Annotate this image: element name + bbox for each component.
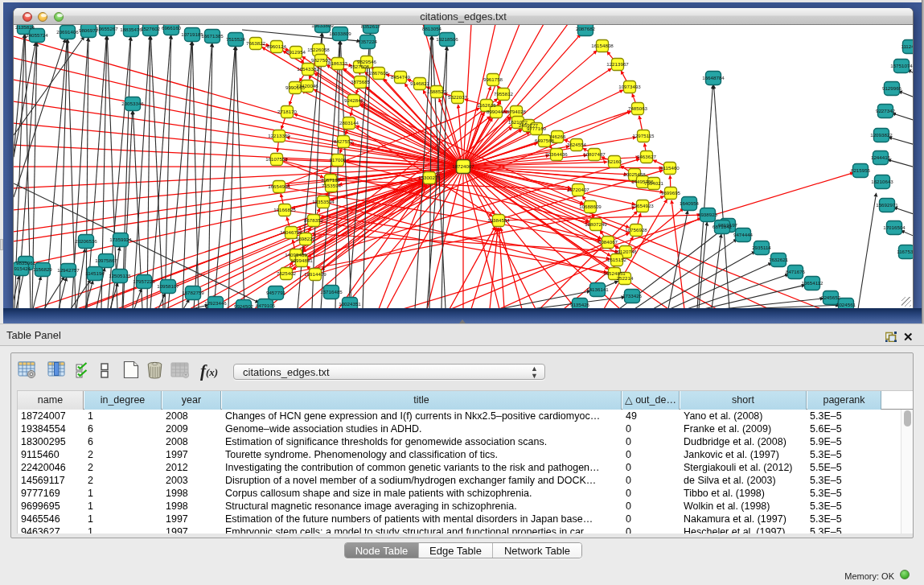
svg-text:1167531: 1167531 [897,249,913,254]
svg-text:5938923: 5938923 [698,212,718,217]
svg-text:15716485: 15716485 [320,289,343,295]
svg-text:8215955: 8215955 [851,167,871,173]
svg-text:9129966: 9129966 [882,85,902,91]
svg-text:20364436: 20364436 [545,151,568,157]
svg-text:10120746: 10120746 [614,249,637,254]
svg-text:1145194: 1145194 [85,270,105,276]
svg-text:8912954: 8912954 [286,49,306,55]
svg-text:12942757: 12942757 [57,267,80,273]
svg-text:7632621: 7632621 [769,257,789,262]
svg-text:2803144: 2803144 [339,120,359,126]
svg-text:16210643: 16210643 [871,179,893,184]
svg-text:12353594: 12353594 [312,199,335,204]
svg-text:3915424: 3915424 [14,266,31,271]
svg-text:10973493: 10973493 [618,84,641,89]
svg-text:14055724: 14055724 [26,32,48,38]
svg-text:1024561: 1024561 [836,302,856,307]
svg-text:62160: 62160 [607,159,622,164]
svg-text:16033809: 16033809 [329,31,351,36]
svg-text:18807249: 18807249 [585,221,607,227]
svg-text:9227342: 9227342 [876,108,896,113]
svg-text:1112405: 1112405 [901,43,913,49]
svg-text:9146821: 9146821 [410,80,430,86]
svg-text:18835476: 18835476 [120,27,142,32]
svg-text:10719185: 10719185 [181,31,203,37]
svg-text:16107552: 16107552 [265,156,288,162]
svg-text:7357224: 7357224 [358,39,378,44]
svg-text:9699695: 9699695 [661,190,681,196]
svg-text:3875685: 3875685 [351,79,371,84]
svg-text:2935114: 2935114 [752,245,771,250]
svg-text:2867608: 2867608 [369,70,389,76]
svg-text:6794028: 6794028 [507,109,527,114]
svg-text:7515524: 7515524 [226,36,246,42]
svg-text:12975115: 12975115 [632,133,655,138]
svg-text:19384554: 19384554 [487,217,510,223]
svg-text:16154808: 16154808 [591,43,614,48]
svg-text:1640954: 1640954 [680,200,700,206]
svg-text:7663822: 7663822 [246,40,266,46]
svg-text:1244415: 1244415 [871,154,891,160]
svg-text:8471676: 8471676 [786,269,806,274]
svg-text:1527602: 1527602 [141,26,161,31]
svg-text:10024351: 10024351 [339,301,361,307]
svg-text:9527508: 9527508 [350,64,370,69]
svg-text:10633809: 10633809 [311,25,334,28]
svg-text:10975867: 10975867 [95,257,117,263]
svg-text:20206536: 20206536 [75,238,97,244]
svg-text:15226058: 15226058 [307,47,330,52]
svg-text:9777169: 9777169 [527,126,547,131]
svg-text:18724007: 18724007 [452,163,474,169]
svg-text:12923446: 12923446 [204,300,227,306]
svg-text:9457791: 9457791 [266,290,286,295]
svg-text:8990448: 8990448 [487,109,507,114]
svg-text:10807487: 10807487 [583,151,606,157]
svg-text:9242848: 9242848 [344,97,364,103]
svg-text:7485063: 7485063 [628,105,648,111]
svg-text:8186323: 8186323 [328,60,348,66]
svg-text:8352617: 8352617 [361,25,381,29]
svg-text:12213967: 12213967 [606,61,629,67]
svg-text:17957225: 17957225 [133,278,155,284]
svg-text:8427552: 8427552 [334,138,354,144]
svg-text:20691406: 20691406 [56,29,79,35]
svg-text:10688609: 10688609 [579,204,602,209]
svg-text:16543382: 16543382 [297,66,319,72]
svg-text:252214: 252214 [617,275,634,281]
svg-text:16654968: 16654968 [268,183,290,189]
svg-text:7625402: 7625402 [277,270,297,276]
svg-text:10654112: 10654112 [801,280,823,286]
svg-text:6497568: 6497568 [535,138,555,143]
svg-text:(x): (x) [206,366,218,378]
svg-text:2718170: 2718170 [277,109,298,114]
svg-text:19218506: 19218506 [436,36,458,42]
svg-text:9463627: 9463627 [637,154,657,159]
svg-text:8813054: 8813054 [422,26,442,31]
svg-text:15300275: 15300275 [418,175,441,180]
svg-text:2135824: 2135824 [15,25,35,30]
svg-text:5698222: 5698222 [296,236,316,241]
svg-text:9135426: 9135426 [570,302,590,307]
svg-text:6871042: 6871042 [713,224,733,229]
svg-text:12093822: 12093822 [870,132,893,138]
svg-text:12505135: 12505135 [109,273,131,278]
svg-text:1733426: 1733426 [622,293,643,299]
svg-text:15720407: 15720407 [567,187,589,192]
svg-text:9474444: 9474444 [733,232,754,237]
svg-text:16046798: 16046798 [280,229,302,235]
svg-text:14099489: 14099489 [285,252,307,257]
svg-text:12213369: 12213369 [268,133,290,138]
svg-text:15692971: 15692971 [876,202,898,208]
svg-text:19654923: 19654923 [631,203,654,208]
svg-text:9835061: 9835061 [16,260,36,266]
svg-text:16914479: 16914479 [304,271,326,277]
svg-text:3624554: 3624554 [567,142,587,147]
svg-text:9829546: 9829546 [357,59,377,64]
svg-text:1162615: 1162615 [477,102,496,108]
svg-text:8454749: 8454749 [391,74,411,80]
svg-text:8960124: 8960124 [267,43,287,49]
svg-text:5322037: 5322037 [448,94,468,100]
svg-text:6966160: 6966160 [162,25,182,31]
svg-text:10756928: 10756928 [625,227,647,233]
svg-text:23420046: 23420046 [296,83,318,89]
